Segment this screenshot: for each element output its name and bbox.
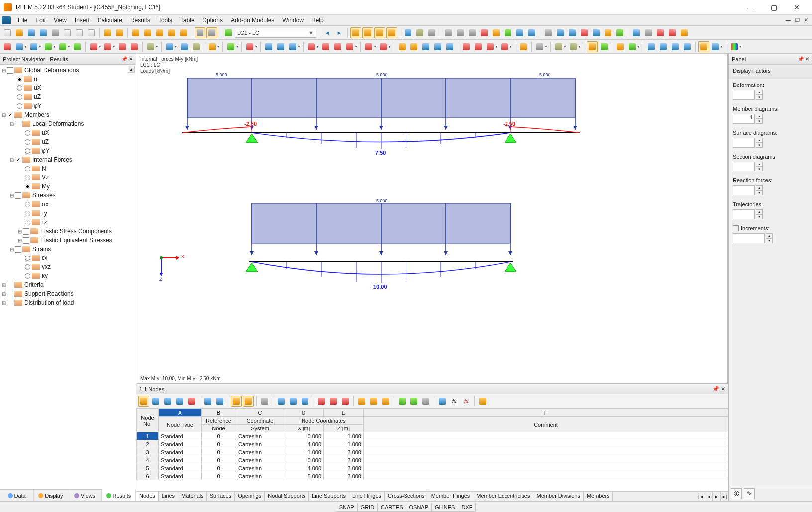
tb-report[interactable] <box>62 27 73 38</box>
tb-print[interactable] <box>50 27 61 38</box>
tabnav-first[interactable]: |◄ <box>697 492 705 501</box>
tb2-15[interactable] <box>207 41 218 52</box>
tb2-30[interactable] <box>432 41 443 52</box>
reaction-up[interactable]: ▲ <box>756 185 763 190</box>
tb2-50[interactable] <box>729 41 740 52</box>
tree-elastic-comp[interactable]: Elastic Stress Components <box>39 228 112 235</box>
tb2-35[interactable] <box>499 41 510 52</box>
tab-member-ecc[interactable]: Member Eccentricities <box>473 492 533 501</box>
tree-strains[interactable]: Strains <box>31 246 51 253</box>
tb2-31[interactable] <box>444 41 455 52</box>
tb2-14[interactable] <box>191 41 202 52</box>
tb-g20[interactable] <box>643 27 654 38</box>
tab-lines[interactable]: Lines <box>159 492 178 501</box>
tt-19[interactable] <box>380 396 391 407</box>
menu-file[interactable]: File <box>14 16 31 25</box>
tb2-47[interactable] <box>682 41 693 52</box>
tt-fx[interactable]: fx <box>449 396 460 407</box>
tree-stresses[interactable]: Stresses <box>31 192 56 199</box>
tree-members[interactable]: Members <box>23 111 49 118</box>
menu-edit[interactable]: Edit <box>31 16 50 25</box>
tb-paste[interactable] <box>86 27 97 38</box>
tb-save[interactable] <box>26 27 37 38</box>
tb-res2[interactable] <box>362 27 373 38</box>
menu-view[interactable]: View <box>50 16 71 25</box>
tree-sx[interactable]: σx <box>41 201 48 208</box>
tt-15[interactable] <box>328 396 339 407</box>
tt-13[interactable] <box>300 396 310 407</box>
menu-table[interactable]: Table <box>176 16 199 25</box>
tree-lux[interactable]: uX <box>41 129 49 136</box>
tb-g4[interactable] <box>443 27 454 38</box>
tb2-10[interactable] <box>129 41 140 52</box>
mdi-close[interactable]: ✕ <box>802 17 810 24</box>
tt-14[interactable] <box>316 396 327 407</box>
tb-g5[interactable] <box>455 27 466 38</box>
member-down[interactable]: ▼ <box>756 119 763 124</box>
tb-prev[interactable]: ◄ <box>322 27 333 38</box>
menu-results[interactable]: Results <box>126 16 154 25</box>
tb2-13[interactable] <box>179 41 190 52</box>
tb2-34[interactable] <box>485 41 496 52</box>
panel-pin-icon[interactable]: 📌 ✕ <box>798 56 809 62</box>
tb-g8[interactable] <box>491 27 502 38</box>
tt-24[interactable] <box>477 396 488 407</box>
surface-up[interactable]: ▲ <box>756 138 763 143</box>
tree-global-deformations[interactable]: Global Deformations <box>23 67 79 74</box>
tb-undo[interactable] <box>102 27 113 38</box>
tb2-2[interactable] <box>14 41 25 52</box>
traj-down[interactable]: ▼ <box>756 214 763 219</box>
tt-20[interactable] <box>397 396 407 407</box>
table-row[interactable]: 2 Standard 0 Cartesian 4.000 -1.000 <box>137 440 728 448</box>
tt-18[interactable] <box>368 396 379 407</box>
tb-g19[interactable] <box>631 27 642 38</box>
tt-11[interactable] <box>276 396 287 407</box>
member-input[interactable]: 1 <box>733 114 755 124</box>
tree-ty[interactable]: τy <box>41 210 47 217</box>
tt-23[interactable] <box>437 396 448 407</box>
tree-tz[interactable]: τz <box>41 219 47 226</box>
section-up[interactable]: ▲ <box>756 162 763 167</box>
tb-g22[interactable] <box>667 27 678 38</box>
tabnav-next[interactable]: ► <box>712 492 720 501</box>
tab-nodes[interactable]: Nodes <box>136 492 159 501</box>
tb-nav[interactable] <box>195 27 205 38</box>
status-dxf[interactable]: DXF <box>458 503 476 512</box>
menu-calculate[interactable]: Calculate <box>94 16 126 25</box>
panel-btn-2[interactable]: ✎ <box>744 488 755 499</box>
tb-g15[interactable] <box>579 27 590 38</box>
member-up[interactable]: ▲ <box>756 114 763 119</box>
surface-down[interactable]: ▼ <box>756 143 763 148</box>
tb-g21[interactable] <box>655 27 666 38</box>
tree-support[interactable]: Support Reactions <box>23 290 74 297</box>
tab-nodal-supports[interactable]: Nodal Supports <box>265 492 309 501</box>
tb2-48[interactable] <box>698 41 709 52</box>
tb-saveall[interactable] <box>38 27 49 38</box>
traj-input[interactable] <box>733 209 755 219</box>
incr-check[interactable] <box>733 225 739 231</box>
tt-4[interactable] <box>174 396 185 407</box>
tab-line-supports[interactable]: Line Supports <box>309 492 349 501</box>
status-glines[interactable]: GLINES <box>431 503 458 512</box>
tb-g10[interactable] <box>514 27 525 38</box>
incr-down[interactable]: ▼ <box>766 238 773 243</box>
menu-options[interactable]: Options <box>199 16 227 25</box>
tb2-1[interactable] <box>2 41 13 52</box>
tb-res3[interactable] <box>374 27 385 38</box>
tb2-27[interactable] <box>397 41 407 52</box>
tb2-32[interactable] <box>461 41 472 52</box>
tree-gxz[interactable]: γxz <box>41 263 51 270</box>
tree-elastic-eq[interactable]: Elastic Equivalent Stresses <box>39 237 112 244</box>
nav-tab-views[interactable]: Views <box>68 490 102 501</box>
pin-icon[interactable]: 📌 ✕ <box>121 56 133 62</box>
tb-calc[interactable] <box>130 27 141 38</box>
tb-res1[interactable] <box>350 27 361 38</box>
tt-8[interactable] <box>231 396 242 407</box>
tb-model[interactable] <box>166 27 177 38</box>
tb-next[interactable]: ► <box>334 27 345 38</box>
tree-scroll-up[interactable]: ▲ <box>128 66 135 73</box>
tb2-19[interactable] <box>275 41 286 52</box>
tree-vz[interactable]: Vz <box>41 174 49 181</box>
tt-6[interactable] <box>203 396 213 407</box>
tb-g2[interactable] <box>414 27 425 38</box>
